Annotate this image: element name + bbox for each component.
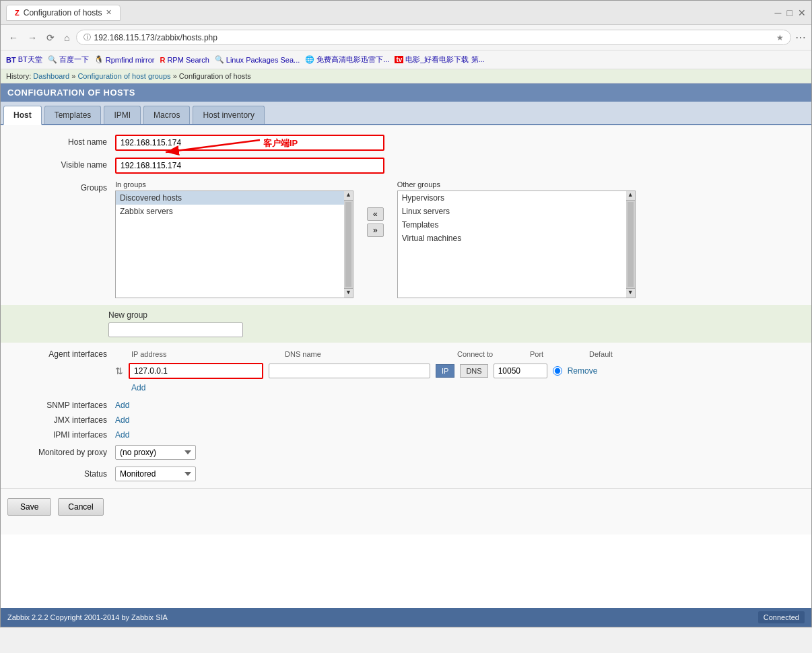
in-groups-scrollbar[interactable]: ▲ ▼ [344, 191, 353, 298]
scroll-thumb [345, 202, 351, 287]
page-header: CONFIGURATION OF HOSTS [1, 83, 811, 102]
extensions-icon[interactable]: ⋯ [795, 31, 806, 44]
dns-name-input[interactable] [269, 364, 430, 378]
move-right-button[interactable]: » [367, 224, 384, 237]
tab-host-inventory[interactable]: Host inventory [193, 106, 265, 124]
scroll-up-icon[interactable]: ▲ [626, 191, 635, 201]
monitored-by-proxy-row: Monitored by proxy (no proxy) [1, 445, 811, 460]
host-name-row: Host name 客户端IP [1, 135, 811, 151]
tab-close-icon[interactable]: ✕ [106, 8, 112, 17]
dns-name-col-header: DNS name [285, 350, 452, 358]
ip-address-col-header: IP address [131, 350, 279, 358]
tab-macros[interactable]: Macros [143, 106, 190, 124]
cancel-button[interactable]: Cancel [58, 498, 103, 516]
port-col-header: Port [530, 350, 584, 358]
footer-buttons: Save Cancel [1, 488, 811, 525]
group-move-buttons: « » [367, 180, 384, 237]
browser-tab[interactable]: Z Configuration of hosts ✕ [6, 5, 121, 21]
ip-address-input[interactable] [129, 363, 263, 379]
bookmark-item-linux[interactable]: 🔍 Linux Packages Sea... [215, 55, 300, 64]
list-item[interactable]: Linux servers [398, 205, 626, 218]
list-item[interactable]: Zabbix servers [116, 205, 344, 218]
groups-field: In groups Discovered hosts Zabbix server… [115, 180, 805, 298]
maximize-button[interactable]: □ [787, 7, 792, 18]
tabs-row: Host Templates IPMI Macros Host inventor… [1, 102, 811, 125]
dns-connect-button[interactable]: DNS [460, 364, 487, 378]
tab-host[interactable]: Host [3, 106, 42, 125]
port-input[interactable] [494, 364, 547, 378]
home-button[interactable]: ⌂ [61, 31, 72, 44]
remove-link[interactable]: Remove [568, 366, 598, 376]
back-button[interactable]: ← [6, 31, 21, 44]
list-item[interactable]: Discovered hosts [116, 191, 344, 205]
new-group-label: New group [108, 310, 811, 320]
visible-name-input[interactable] [115, 158, 384, 174]
form-body: Host name 客户端IP Visible name [1, 125, 811, 535]
proxy-select[interactable]: (no proxy) [115, 445, 196, 460]
agent-interfaces-data-row: ⇅ IP DNS Remove [7, 363, 805, 379]
tab-bar: Z Configuration of hosts ✕ [6, 5, 121, 21]
browser-window: Z Configuration of hosts ✕ ─ □ ✕ ← → ⟳ ⌂… [0, 0, 812, 627]
tab-templates[interactable]: Templates [44, 106, 102, 124]
snmp-interfaces-label: SNMP interfaces [7, 401, 115, 410]
other-groups-scrollbar[interactable]: ▲ ▼ [626, 191, 636, 298]
groups-label: Groups [7, 180, 115, 193]
scroll-down-icon[interactable]: ▼ [344, 288, 353, 298]
bookmark-item-movie2[interactable]: tv 电影_好看电影下载 第... [395, 55, 484, 65]
agent-add-row: Add [7, 383, 805, 392]
bookmark-item-baidu[interactable]: 🔍 百度一下 [48, 55, 89, 65]
address-bar[interactable]: ⓘ 192.168.115.173/zabbix/hosts.php ★ [76, 30, 791, 45]
iface-data-row: IP DNS Remove [129, 363, 597, 379]
tab-ipmi[interactable]: IPMI [104, 106, 141, 124]
scroll-down-icon[interactable]: ▼ [626, 288, 635, 298]
reload-button[interactable]: ⟳ [44, 31, 57, 44]
ipmi-add-link[interactable]: Add [115, 430, 129, 440]
move-left-button[interactable]: « [367, 207, 384, 221]
ipmi-interfaces-row: IPMI interfaces Add [1, 430, 811, 440]
visible-name-field [115, 158, 805, 174]
breadcrumb-dashboard[interactable]: Dashboard [33, 72, 69, 80]
url-text: 192.168.115.173/zabbix/hosts.php [94, 33, 774, 42]
minimize-button[interactable]: ─ [775, 7, 782, 18]
snmp-add-link[interactable]: Add [115, 401, 129, 410]
list-item[interactable]: Virtual machines [398, 232, 626, 245]
close-button[interactable]: ✕ [798, 7, 806, 18]
save-button[interactable]: Save [7, 498, 51, 516]
agent-add-link[interactable]: Add [131, 383, 145, 392]
breadcrumb-host-groups[interactable]: Configuration of host groups [77, 72, 170, 80]
sort-icon[interactable]: ⇅ [115, 366, 123, 376]
in-groups-label: In groups [115, 180, 353, 188]
bookmark-item-rpm[interactable]: R RPM Search [160, 56, 209, 64]
status-row: Status Monitored [1, 467, 811, 481]
default-col-header: Default [589, 350, 630, 358]
list-item[interactable]: Hypervisors [398, 191, 626, 205]
new-group-input[interactable] [108, 322, 243, 337]
other-groups-list-container: Hypervisors Linux servers Templates Virt… [397, 191, 636, 298]
page-title: CONFIGURATION OF HOSTS [7, 88, 135, 98]
status-select[interactable]: Monitored [115, 467, 196, 481]
list-item[interactable]: Templates [398, 218, 626, 232]
bookmark-item-rpmfind[interactable]: 🐧 Rpmfind mirror [94, 55, 155, 64]
in-groups-list[interactable]: Discovered hosts Zabbix servers [115, 191, 344, 298]
in-groups-list-container: Discovered hosts Zabbix servers ▲ ▼ [115, 191, 353, 298]
iface-column-headers: IP address DNS name Connect to Port Defa… [131, 350, 630, 358]
forward-button[interactable]: → [25, 31, 40, 44]
snmp-interfaces-row: SNMP interfaces Add [1, 401, 811, 410]
other-groups-list[interactable]: Hypervisors Linux servers Templates Virt… [397, 191, 626, 298]
jmx-add-link[interactable]: Add [115, 415, 129, 425]
host-name-input[interactable] [115, 135, 384, 151]
bookmark-item-bt[interactable]: BT BT天堂 [6, 55, 42, 65]
agent-interfaces-label: Agent interfaces [7, 349, 115, 359]
ip-connect-button[interactable]: IP [436, 364, 454, 378]
host-name-field [115, 135, 805, 151]
bookmark-item-movie1[interactable]: 🌐 免费高清电影迅雷下... [305, 55, 389, 65]
default-radio[interactable] [553, 366, 562, 376]
scroll-up-icon[interactable]: ▲ [344, 191, 353, 201]
nav-bar: ← → ⟳ ⌂ ⓘ 192.168.115.173/zabbix/hosts.p… [1, 25, 811, 50]
breadcrumb-current: Configuration of hosts [179, 72, 251, 80]
connect-to-col-header: Connect to [457, 350, 525, 358]
breadcrumb-history-label: History: [6, 72, 31, 80]
page-content: History: Dashboard » Configuration of ho… [1, 69, 811, 608]
status-label: Status [7, 469, 115, 479]
agent-interfaces-section: Agent interfaces IP address DNS name Con… [1, 349, 811, 401]
